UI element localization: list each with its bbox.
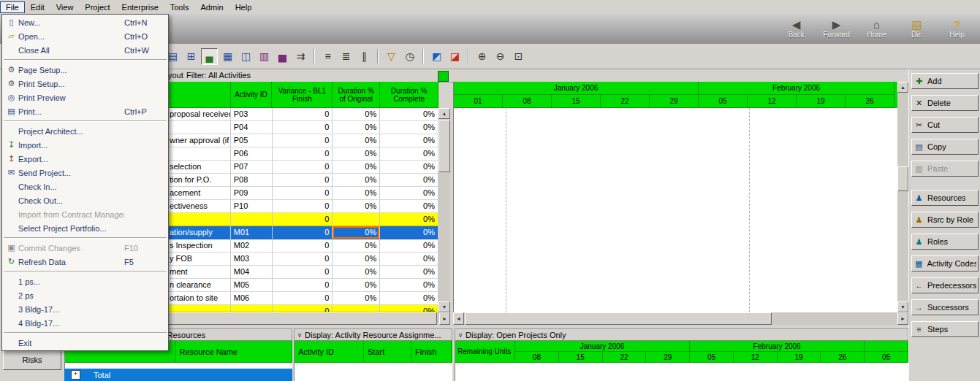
activity-table-icon[interactable]: ⊞: [183, 48, 200, 65]
duration-pct-complete-cell[interactable]: 0%: [380, 292, 438, 305]
variance-cell[interactable]: 0: [273, 226, 333, 239]
progress-line-icon[interactable]: ◪: [447, 48, 463, 65]
variance-cell[interactable]: 0: [273, 108, 333, 121]
resource-assignments-header[interactable]: ∨ Display: Activity Resource Assignme...: [294, 328, 452, 341]
variance-cell[interactable]: 0: [273, 147, 333, 161]
scroll-right-icon[interactable]: ►: [439, 312, 450, 325]
duration-pct-original-cell[interactable]: 0%: [333, 134, 380, 147]
bottom-timescale[interactable]: January 2006February 2006081522290512192…: [515, 341, 908, 363]
file-menu-item-commit-changes[interactable]: ▣Commit ChangesF10: [2, 241, 168, 255]
variance-cell[interactable]: 0: [273, 279, 333, 292]
resource-usage-profile-icon[interactable]: ▅: [274, 48, 291, 65]
activity-id-cell[interactable]: M03: [231, 253, 273, 266]
expand-total-icon[interactable]: +: [71, 370, 80, 380]
file-menu-item-page-setup[interactable]: ⚙Page Setup...: [2, 63, 168, 77]
gantt-chart-icon[interactable]: ▄: [201, 48, 218, 65]
scroll-right-icon[interactable]: ►: [897, 312, 908, 325]
duration-pct-complete-cell[interactable]: 0%: [380, 134, 438, 147]
file-menu-item-4-bldg-17[interactable]: 4 Bldg-17...: [2, 316, 168, 330]
activity-codes-button[interactable]: ▦Activity Codes: [911, 255, 979, 272]
scroll-down-icon[interactable]: ▼: [897, 301, 908, 312]
column-header-resource-name[interactable]: Resource Name: [176, 341, 292, 363]
duration-pct-complete-cell[interactable]: 0%: [380, 108, 438, 121]
open-projects-header[interactable]: ∨ Display: Open Projects Only: [455, 328, 908, 341]
resources-button[interactable]: ♟Resources: [911, 190, 979, 206]
layout-options-bar[interactable]: yout Filter: All Activities: [64, 69, 908, 82]
gantt-vertical-scrollbar[interactable]: ▲ ▼: [897, 82, 908, 312]
duration-pct-original-cell[interactable]: 0%: [333, 292, 380, 305]
predecessors-button[interactable]: ←Predecessors: [911, 277, 979, 293]
variance-cell[interactable]: 0: [273, 213, 333, 226]
variance-cell[interactable]: 0: [273, 161, 333, 174]
gantt-timescale[interactable]: January 2006February 2006010815222905121…: [453, 82, 898, 108]
activity-id-cell[interactable]: P08: [231, 174, 273, 187]
copy-button[interactable]: ▤Copy: [911, 139, 979, 155]
menu-tools[interactable]: Tools: [164, 1, 195, 13]
activity-id-cell[interactable]: M06: [231, 292, 273, 305]
column-header-activity-id[interactable]: Activity ID: [295, 341, 364, 363]
duration-pct-original-cell[interactable]: 0%: [333, 266, 380, 279]
column-header-duration-of-original[interactable]: Duration % of Original: [333, 82, 380, 108]
duration-pct-complete-cell[interactable]: 0%: [380, 187, 438, 200]
file-menu-item-2-ps[interactable]: 2 ps: [2, 288, 168, 302]
file-menu-item-import-from-contract-manager[interactable]: Import from Contract Manager...: [2, 207, 168, 221]
file-menu-item-project-architect[interactable]: Project Architect...: [2, 124, 168, 138]
variance-cell[interactable]: 0: [273, 266, 333, 279]
collapse-chevron-icon[interactable]: ∨: [455, 331, 466, 339]
nav-forward-button[interactable]: ▶Forward: [816, 19, 856, 39]
duration-pct-original-cell[interactable]: 0%: [333, 174, 380, 187]
file-menu-item-refresh-data[interactable]: ↻Refresh DataF5: [2, 255, 168, 269]
nav-help-button[interactable]: ?Help: [937, 19, 977, 39]
scrollbar-thumb[interactable]: [897, 166, 908, 191]
menu-help[interactable]: Help: [229, 1, 258, 13]
successors-button[interactable]: →Successors: [911, 299, 979, 315]
column-header-duration-complete[interactable]: Duration % Complete: [380, 82, 438, 108]
duration-pct-complete-cell[interactable]: 0%: [380, 161, 438, 174]
roles-button[interactable]: ♟Roles: [911, 234, 979, 250]
menu-file[interactable]: File: [0, 1, 25, 13]
file-menu-item-print[interactable]: ▤Print...Ctrl+P: [2, 104, 168, 118]
duration-pct-original-cell[interactable]: [333, 305, 380, 312]
variance-cell[interactable]: 0: [273, 174, 333, 187]
file-menu-item-send-project[interactable]: ✉Send Project...: [2, 166, 168, 180]
activity-id-cell[interactable]: M01: [231, 226, 273, 239]
gantt-chart-area[interactable]: [453, 108, 897, 312]
variance-cell[interactable]: 0: [273, 121, 333, 134]
duration-pct-complete-cell[interactable]: 0%: [380, 174, 438, 187]
activity-network-icon[interactable]: ◫: [238, 48, 254, 65]
gantt-horizontal-scrollbar[interactable]: ◄ ►: [453, 312, 908, 325]
nav-dir-button[interactable]: ▤Dir.: [897, 19, 937, 39]
column-header-activity-id[interactable]: Activity ID: [231, 82, 273, 108]
activity-id-cell[interactable]: P05: [231, 134, 273, 147]
duration-pct-original-cell[interactable]: 0%: [333, 226, 380, 239]
variance-cell[interactable]: 0: [273, 292, 333, 305]
duration-pct-complete-cell[interactable]: 0%: [380, 266, 438, 279]
variance-cell[interactable]: 0: [273, 134, 333, 147]
activity-id-cell[interactable]: P06: [231, 147, 273, 161]
activity-id-cell[interactable]: [231, 213, 273, 226]
menu-edit[interactable]: Edit: [25, 1, 50, 13]
activity-id-cell[interactable]: M05: [231, 279, 273, 292]
menu-enterprise[interactable]: Enterprise: [116, 1, 164, 13]
menu-admin[interactable]: Admin: [194, 1, 229, 13]
activity-id-cell[interactable]: P03: [231, 108, 273, 121]
variance-cell[interactable]: 0: [273, 253, 333, 266]
progress-spotlight-icon[interactable]: ◩: [428, 48, 445, 65]
scroll-left-icon[interactable]: ◄: [453, 312, 464, 325]
file-menu-item-exit[interactable]: Exit: [2, 336, 168, 350]
cut-button[interactable]: ✂Cut: [911, 117, 979, 133]
column-header-variance-bl1-finish[interactable]: Variance - BL1 Finish: [272, 82, 333, 108]
duration-pct-original-cell[interactable]: 0%: [333, 108, 380, 121]
menu-project[interactable]: Project: [79, 1, 115, 13]
activity-id-cell[interactable]: P04: [231, 121, 273, 134]
delete-button[interactable]: ✕Delete: [911, 95, 979, 111]
file-menu-item-print-setup[interactable]: ⚙Print Setup...: [2, 77, 168, 91]
duration-pct-original-cell[interactable]: 0%: [333, 147, 380, 161]
duration-pct-original-cell[interactable]: 0%: [333, 187, 380, 200]
nav-back-button[interactable]: ◀Back: [776, 19, 816, 39]
duration-pct-original-cell[interactable]: 0%: [333, 200, 380, 213]
paste-button[interactable]: ▥Paste: [911, 161, 979, 177]
variance-cell[interactable]: 0: [273, 200, 333, 213]
column-header-remaining-units[interactable]: Remaining Units: [455, 341, 515, 363]
zoom-fit-icon[interactable]: ⊡: [510, 48, 527, 65]
